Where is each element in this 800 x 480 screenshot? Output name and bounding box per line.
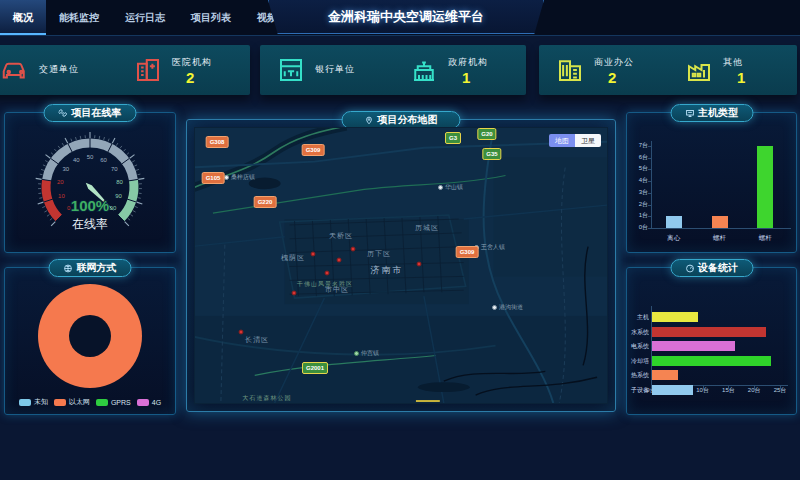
hospital-icon <box>133 55 163 85</box>
marker-label: 王舍人镇 <box>481 243 505 252</box>
legend-item-未知[interactable]: 未知 <box>19 397 48 407</box>
legend-swatch <box>19 399 31 406</box>
marker-dot-icon <box>438 185 443 190</box>
panel-host-type: 主机类型 0台1台2台3台4台5台6台7台离心螺杆螺杆 <box>626 112 797 253</box>
stat-value: 1 <box>737 71 745 85</box>
svg-text:20: 20 <box>57 179 64 185</box>
project-dot-marker[interactable] <box>311 252 316 257</box>
car-icon <box>0 55 30 85</box>
stat-government: 政府机构1 <box>393 45 526 95</box>
card-transport-hospital: 交通单位 医院机构2 <box>0 45 250 95</box>
tab-project-list[interactable]: 项目列表 <box>178 0 244 35</box>
place-marker[interactable]: 港沟街道 <box>492 303 523 312</box>
svg-text:10: 10 <box>58 193 65 199</box>
card-office-other: 商业办公2 其他1 <box>539 45 797 95</box>
project-dot-marker[interactable] <box>239 330 244 335</box>
map-area-label: 历下区 <box>367 249 391 259</box>
y-tick <box>648 228 651 229</box>
project-dot-marker[interactable] <box>351 247 356 252</box>
office-icon <box>555 55 585 85</box>
x-category-label: 螺杆 <box>705 234 735 243</box>
legend-label: GPRS <box>111 399 131 406</box>
x-tick <box>728 386 729 389</box>
card-bank-government: 银行单位 政府机构1 <box>260 45 526 95</box>
legend-swatch <box>96 399 108 406</box>
road-badge-G308: G308 <box>206 136 229 148</box>
map-mode-button[interactable]: 地图 <box>549 134 575 147</box>
marker-label: 桑梓店镇 <box>231 173 255 182</box>
svg-text:100%: 100% <box>71 197 109 214</box>
legend-item-以太网[interactable]: 以太网 <box>54 397 90 407</box>
legend-item-4G[interactable]: 4G <box>137 397 161 407</box>
y-tick-label: 2台 <box>627 200 648 209</box>
y-tick-label: 7台 <box>627 141 648 150</box>
legend-swatch <box>54 399 66 406</box>
network-legend: 未知以太网GPRS4G <box>5 397 175 407</box>
x-tick <box>703 386 704 389</box>
y-category-label: 水系统 <box>627 328 649 337</box>
tab-run-log[interactable]: 运行日志 <box>112 0 178 35</box>
stat-cards-row: 交通单位 医院机构2 银行单位 政府机构1 <box>0 45 800 95</box>
marker-label: 华山镇 <box>445 183 463 192</box>
place-marker[interactable]: 华山镇 <box>438 183 463 192</box>
svg-text:80: 80 <box>116 179 123 185</box>
tab-overview[interactable]: 概况 <box>0 0 46 35</box>
map-canvas[interactable]: 地图 卫星 G308G309G105G220G309G3G20G35G2001济… <box>194 127 608 404</box>
legend-label: 未知 <box>34 397 48 407</box>
map-area-label: 千佛山风景名胜区 <box>297 280 353 289</box>
y-axis <box>651 141 652 229</box>
place-marker[interactable]: 仲宫镇 <box>354 349 379 358</box>
place-marker[interactable]: 王舍人镇 <box>474 243 505 252</box>
project-dot-marker[interactable] <box>325 271 330 276</box>
network-donut-chart <box>38 284 142 388</box>
road-badge-G309: G309 <box>302 144 325 156</box>
map-area-label: 天桥区 <box>329 231 353 241</box>
stat-bank: 银行单位 <box>260 45 393 95</box>
pin-icon <box>365 116 374 125</box>
bank-icon <box>276 55 306 85</box>
y-tick-label: 0台 <box>627 223 648 232</box>
panel-network-header: 联网方式 <box>49 259 132 277</box>
marker-dot-icon <box>224 175 229 180</box>
legend-item-GPRS[interactable]: GPRS <box>96 397 131 407</box>
panel-network-type: 联网方式 未知以太网GPRS4G <box>4 267 176 415</box>
stat-label: 银行单位 <box>315 63 355 76</box>
road-badge-G309: G309 <box>456 246 479 258</box>
x-category-label: 离心 <box>659 234 689 243</box>
project-dot-marker[interactable] <box>417 262 422 267</box>
y-tick <box>648 158 651 159</box>
bar-离心 <box>666 216 682 228</box>
legend-label: 以太网 <box>69 397 90 407</box>
road-badge-G2001: G2001 <box>302 362 328 374</box>
y-tick-label: 5台 <box>627 164 648 173</box>
place-marker[interactable]: 桑梓店镇 <box>224 173 255 182</box>
svg-text:50: 50 <box>87 154 94 160</box>
stat-hospital: 医院机构2 <box>117 45 250 95</box>
globe-icon <box>64 264 73 273</box>
stat-label: 医院机构 <box>172 56 212 69</box>
svg-text:在线率: 在线率 <box>72 217 108 231</box>
y-tick <box>648 205 651 206</box>
x-tick <box>754 386 755 389</box>
device-stats-bar-chart: 0台5台10台15台20台25台主机水系统电系统冷却塔热系统子设备 <box>627 268 796 414</box>
y-tick-label: 6台 <box>627 153 648 162</box>
government-icon <box>409 55 439 85</box>
y-category-label: 主机 <box>627 313 649 322</box>
stat-transport: 交通单位 <box>0 45 117 95</box>
map-layer-toggle: 地图 卫星 <box>549 134 601 147</box>
project-dot-marker[interactable] <box>292 291 297 296</box>
marker-dot-icon <box>354 351 359 356</box>
factory-icon <box>684 55 714 85</box>
bar-子设备 <box>652 385 693 395</box>
bar-热系统 <box>652 370 678 380</box>
svg-text:30: 30 <box>62 166 69 172</box>
road-badge-G3: G3 <box>445 132 461 144</box>
panel-title: 联网方式 <box>77 260 117 276</box>
project-dot-marker[interactable] <box>337 258 342 263</box>
stat-label: 商业办公 <box>594 56 634 69</box>
tab-energy-monitor[interactable]: 能耗监控 <box>46 0 112 35</box>
bar-水系统 <box>652 327 766 337</box>
satellite-mode-button[interactable]: 卫星 <box>575 134 601 147</box>
y-tick <box>648 193 651 194</box>
bar-螺杆 <box>712 216 728 228</box>
